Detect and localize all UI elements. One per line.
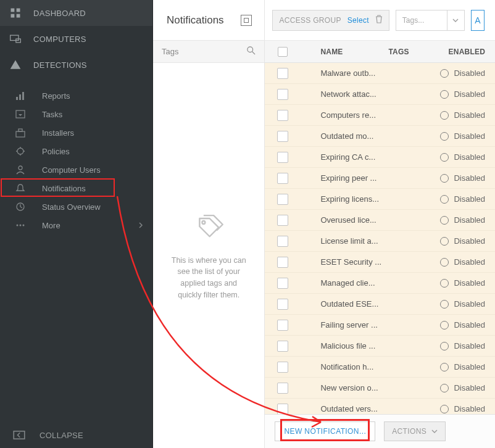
svg-point-19	[248, 47, 253, 52]
table-row[interactable]: Computers re...Disabled	[265, 105, 495, 126]
row-enabled: Disabled	[440, 89, 495, 99]
sidebar-item-notifications[interactable]: Notifications	[0, 179, 152, 197]
table-row[interactable]: Notification h...Disabled	[265, 357, 495, 378]
sidebar-collapse[interactable]: COLLAPSE	[0, 422, 152, 448]
sidebar-item-label: DASHBOARD	[33, 9, 86, 18]
row-enabled-text: Disabled	[454, 110, 485, 120]
table-row[interactable]: New version o...Disabled	[265, 378, 495, 399]
row-enabled-text: Disabled	[454, 89, 485, 99]
row-checkbox[interactable]	[271, 236, 294, 247]
row-checkbox[interactable]	[271, 320, 294, 331]
row-checkbox[interactable]	[271, 299, 294, 310]
sidebar-item-label: Policies	[42, 147, 70, 156]
svg-rect-1	[17, 9, 20, 12]
row-checkbox[interactable]	[271, 341, 294, 352]
tags-search-row[interactable]: Tags	[153, 41, 264, 63]
column-header-name[interactable]: NAME	[320, 48, 388, 56]
table-row[interactable]: Malicious file ...Disabled	[265, 336, 495, 357]
sidebar-item-computers[interactable]: COMPUTERS	[0, 26, 152, 52]
detections-icon	[9, 58, 22, 72]
table-row[interactable]: Failing server ...Disabled	[265, 315, 495, 336]
svg-rect-7	[19, 94, 21, 100]
row-enabled-text: Disabled	[454, 278, 485, 288]
row-checkbox[interactable]	[271, 131, 294, 142]
sidebar-item-installers[interactable]: Installers	[0, 123, 152, 142]
new-notification-label: NEW NOTIFICATION...	[284, 427, 366, 436]
row-checkbox[interactable]	[271, 173, 294, 184]
row-checkbox[interactable]	[271, 404, 294, 415]
more-icon	[14, 218, 27, 232]
row-name: Malware outb...	[320, 68, 388, 78]
sidebar-item-more[interactable]: 1 More	[0, 216, 152, 234]
tags-empty-message: This is where you can see the list of yo…	[169, 255, 248, 301]
sidebar-item-computer-users[interactable]: Computer Users	[0, 160, 152, 179]
table-row[interactable]: Expiring licens...Disabled	[265, 189, 495, 210]
row-checkbox[interactable]	[271, 257, 294, 268]
row-enabled-text: Disabled	[454, 341, 485, 351]
status-icon	[14, 200, 27, 214]
column-header-tags[interactable]: TAGS	[388, 48, 440, 56]
table-row[interactable]: Malware outb...Disabled	[265, 63, 495, 84]
table-row[interactable]: Expiring CA c...Disabled	[265, 147, 495, 168]
tags-panel: Notifications Tags This is where you can…	[153, 0, 265, 448]
sidebar-item-policies[interactable]: Policies	[0, 142, 152, 160]
svg-point-16	[20, 225, 22, 226]
sidebar-item-tasks[interactable]: Tasks	[0, 105, 152, 123]
table-row[interactable]: Managed clie...Disabled	[265, 273, 495, 294]
radio-empty-icon	[440, 405, 449, 413]
new-notification-button[interactable]: NEW NOTIFICATION...	[275, 421, 375, 441]
row-checkbox[interactable]	[271, 278, 294, 289]
actions-button[interactable]: ACTIONS	[384, 421, 446, 441]
chevron-right-icon	[138, 221, 144, 230]
row-enabled-text: Disabled	[454, 299, 485, 309]
row-checkbox[interactable]	[271, 152, 294, 163]
table-row[interactable]: Outdated mo...Disabled	[265, 126, 495, 147]
column-header-enabled[interactable]: ENABLED	[440, 48, 495, 56]
access-group-filter[interactable]: ACCESS GROUP Select	[272, 10, 389, 31]
row-checkbox[interactable]	[271, 383, 294, 394]
row-name: Failing server ...	[320, 320, 388, 330]
access-group-select-link[interactable]: Select	[347, 16, 369, 25]
sidebar-item-reports[interactable]: Reports	[0, 86, 152, 105]
row-checkbox[interactable]	[271, 110, 294, 121]
table-row[interactable]: Overused lice...Disabled	[265, 210, 495, 231]
radio-empty-icon	[440, 153, 449, 162]
radio-empty-icon	[440, 342, 449, 351]
row-checkbox[interactable]	[271, 194, 294, 205]
table-row[interactable]: Outdated vers...Disabled	[265, 399, 495, 414]
trash-icon[interactable]	[375, 15, 383, 25]
row-enabled: Disabled	[440, 320, 495, 330]
tags-filter-select[interactable]: Tags...	[396, 10, 465, 31]
svg-rect-2	[11, 14, 15, 18]
row-enabled: Disabled	[440, 383, 495, 392]
sidebar-item-dashboard[interactable]: DASHBOARD	[0, 0, 152, 26]
add-filter-button[interactable]: A	[471, 10, 485, 31]
panel-toggle-icon[interactable]	[241, 15, 252, 26]
radio-empty-icon	[440, 300, 449, 309]
svg-rect-0	[11, 9, 15, 12]
row-checkbox[interactable]	[271, 362, 294, 373]
tasks-icon	[14, 107, 27, 121]
radio-empty-icon	[440, 363, 449, 371]
svg-rect-4	[10, 35, 19, 40]
sidebar: DASHBOARD COMPUTERS DETECTIONS Reports T…	[0, 0, 153, 448]
row-enabled-text: Disabled	[454, 362, 485, 371]
row-checkbox[interactable]	[271, 68, 294, 79]
row-name: Malicious file ...	[320, 341, 388, 351]
sidebar-item-status-overview[interactable]: Status Overview	[0, 197, 152, 216]
sidebar-item-detections[interactable]: DETECTIONS	[0, 52, 152, 78]
svg-rect-8	[22, 92, 24, 100]
radio-empty-icon	[440, 90, 449, 99]
row-checkbox[interactable]	[271, 215, 294, 226]
table-row[interactable]: License limit a...Disabled	[265, 231, 495, 252]
radio-empty-icon	[440, 195, 449, 204]
table-row[interactable]: Expiring peer ...Disabled	[265, 168, 495, 189]
table-row[interactable]: Outdated ESE...Disabled	[265, 294, 495, 315]
row-checkbox[interactable]	[271, 89, 294, 100]
row-enabled-text: Disabled	[454, 257, 485, 267]
svg-point-15	[17, 225, 19, 226]
row-enabled-text: Disabled	[454, 383, 485, 392]
table-row[interactable]: Network attac...Disabled	[265, 84, 495, 105]
table-row[interactable]: ESET Security ...Disabled	[265, 252, 495, 273]
select-all-checkbox[interactable]	[271, 47, 294, 57]
